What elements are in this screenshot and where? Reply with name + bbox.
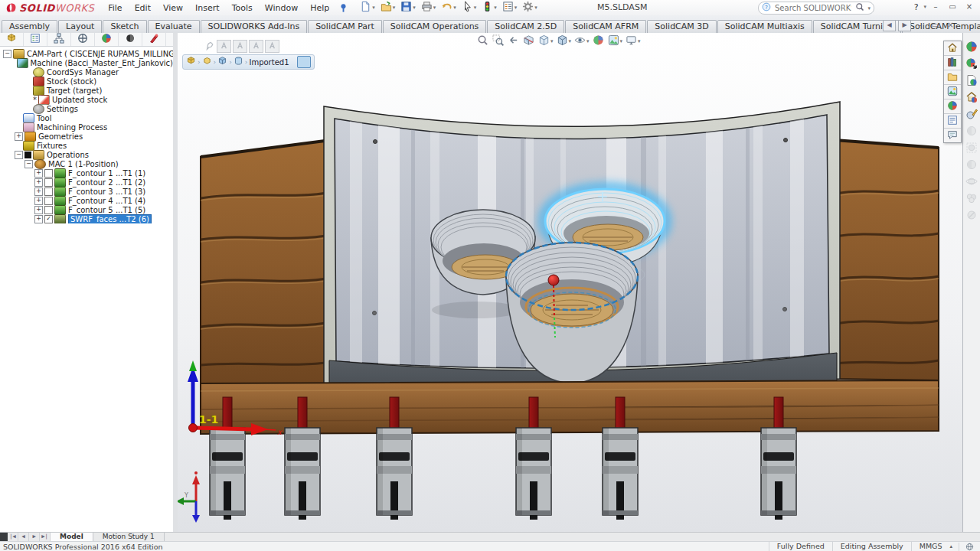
ribbon-tab[interactable]: SolidCAM 2.5D xyxy=(487,20,564,33)
simulation-button-4[interactable] xyxy=(265,40,279,53)
tree-expander[interactable]: + xyxy=(34,169,43,178)
globe-icon[interactable] xyxy=(959,543,980,551)
breadcrumb-feature-label[interactable]: Imported1 xyxy=(249,58,289,67)
tree-item[interactable]: Settings xyxy=(3,104,173,113)
tab-scroll-left[interactable]: ◀ xyxy=(883,20,896,31)
doc-restore-button[interactable]: ▭ xyxy=(929,20,942,31)
menu-item[interactable]: File xyxy=(102,2,128,15)
feature-node[interactable]: › xyxy=(234,56,248,68)
tree-item[interactable]: +F_contour 2 ...T1 (2) xyxy=(3,178,173,187)
hide-show-items[interactable]: ▾ xyxy=(573,34,590,48)
custom-properties-tab[interactable] xyxy=(944,114,961,129)
pin-menu-icon[interactable] xyxy=(335,1,351,15)
render-tool-6[interactable] xyxy=(965,209,978,223)
rebuild[interactable]: ▾ xyxy=(479,0,499,16)
units-dropdown[interactable]: ▴ xyxy=(949,543,959,549)
tree-item[interactable]: +F_contour 5 ...T1 (5) xyxy=(3,205,173,214)
select[interactable]: ▾ xyxy=(459,0,479,16)
render-tool-3[interactable] xyxy=(965,158,978,173)
simulation-button-2[interactable] xyxy=(233,40,247,53)
tree-expander[interactable]: + xyxy=(34,197,43,205)
tree-item[interactable]: +Geometries xyxy=(3,132,173,141)
tree-expander[interactable]: + xyxy=(15,132,23,141)
tree-item[interactable]: +F_contour 4 ...T1 (4) xyxy=(3,196,173,205)
ribbon-tab[interactable]: SolidCAM Operations xyxy=(383,20,486,33)
tree-item[interactable]: −CAM-Part ( CISCENJE RUPAMS_MILLING_1) xyxy=(3,49,173,58)
configurationmanager-tab[interactable] xyxy=(47,33,71,46)
simulation-button-1[interactable] xyxy=(217,40,231,53)
propertymanager-tab[interactable] xyxy=(24,33,47,46)
tree-item[interactable]: Machine (Bacci_Master_Ent_Jankovic) xyxy=(3,58,173,67)
tree-expander[interactable]: + xyxy=(34,178,43,187)
ribbon-tab[interactable]: SolidCAM 3D xyxy=(647,20,716,33)
part-node[interactable]: › xyxy=(202,56,217,68)
menu-item[interactable]: Tools xyxy=(226,2,259,15)
menu-item[interactable]: View xyxy=(157,2,189,15)
previous-view[interactable] xyxy=(507,34,521,48)
tree-checkbox[interactable] xyxy=(44,197,53,205)
tree-item[interactable]: +F_contour 3 ...T1 (3) xyxy=(3,187,173,196)
design-library-tab[interactable] xyxy=(944,56,961,70)
tree-expander[interactable]: + xyxy=(34,187,43,196)
help-search-box[interactable]: ? ▾ xyxy=(758,2,874,15)
solidcam-manager-tab[interactable] xyxy=(142,33,166,46)
doc-minimize-button[interactable]: – xyxy=(913,20,926,31)
zoom-to-area[interactable] xyxy=(492,34,505,48)
tree-item[interactable]: +F_contour 1 ...T1 (1) xyxy=(3,168,173,178)
solidcam-tool-1[interactable] xyxy=(965,41,978,55)
open-document[interactable]: ▾ xyxy=(378,0,398,16)
tree-item[interactable]: Fixtures xyxy=(3,141,173,150)
ribbon-tab[interactable]: Sketch xyxy=(103,20,146,33)
tree-expander[interactable]: − xyxy=(3,50,11,58)
simulation-button-3[interactable] xyxy=(249,40,263,53)
render-tool-2[interactable] xyxy=(965,142,978,156)
menu-item[interactable]: Help xyxy=(304,2,335,15)
cam-manager-tab[interactable] xyxy=(119,33,142,46)
solidcam-tool-5[interactable] xyxy=(965,108,978,122)
tree-checkbox[interactable]: ✓ xyxy=(44,215,53,223)
tree-item[interactable]: CoordSys Manager xyxy=(3,67,173,77)
tree-item[interactable]: Stock (stock) xyxy=(3,77,173,86)
ribbon-tab[interactable]: SolidCAM Multiaxis xyxy=(717,20,812,33)
tree-checkbox[interactable] xyxy=(44,169,53,178)
ribbon-tab[interactable]: Evaluate xyxy=(148,20,200,33)
solidcam-tool-2[interactable] xyxy=(965,57,978,72)
tree-item[interactable]: *Updated stock xyxy=(3,95,173,104)
tree-expander[interactable]: + xyxy=(34,206,43,214)
restore-button[interactable]: ▭ xyxy=(945,1,960,13)
view-orientation[interactable]: ▾ xyxy=(537,34,554,48)
file-properties[interactable]: ▾ xyxy=(500,0,520,16)
tab-scroll-right[interactable]: ▶ xyxy=(898,20,911,31)
pushpin-icon[interactable] xyxy=(205,41,215,53)
forum-tab[interactable] xyxy=(944,129,961,142)
tree-expander[interactable]: + xyxy=(34,215,43,223)
tree-expander[interactable]: − xyxy=(15,151,23,159)
tree-item[interactable]: −Operations xyxy=(3,150,173,159)
tree-checkbox[interactable] xyxy=(44,178,53,187)
display-style[interactable]: ▾ xyxy=(556,34,573,48)
apply-scene[interactable]: ▾ xyxy=(607,34,624,48)
ribbon-tab[interactable]: SolidCAM AFRM xyxy=(565,20,646,33)
undo[interactable]: ▾ xyxy=(439,0,459,16)
solidcam-tool-4[interactable] xyxy=(965,91,978,106)
solidcam-tool-3[interactable] xyxy=(965,74,978,89)
tree-item[interactable]: −MAC 1 (1-Position) xyxy=(3,159,173,168)
ribbon-tab[interactable]: SolidCAM Part xyxy=(308,20,382,33)
print-document[interactable]: ▾ xyxy=(419,0,439,16)
tree-expander[interactable]: − xyxy=(24,160,33,168)
tree-checkbox[interactable] xyxy=(44,187,53,196)
tree-checkbox[interactable] xyxy=(44,206,53,214)
doc-close-button[interactable]: × xyxy=(944,20,957,31)
tree-item[interactable]: Machining Process xyxy=(3,122,173,132)
tree-item[interactable]: +✓SWRF_faces ...T2 (6) xyxy=(3,214,173,223)
search-icon[interactable] xyxy=(855,2,864,14)
view-settings[interactable]: ▾ xyxy=(625,34,642,48)
render-tool-5[interactable] xyxy=(965,192,978,207)
render-tool-1[interactable] xyxy=(965,125,978,139)
edit-appearance[interactable] xyxy=(592,34,606,48)
close-button[interactable]: × xyxy=(962,1,977,13)
ribbon-tab[interactable]: Layout xyxy=(58,20,102,33)
menu-item[interactable]: Window xyxy=(259,2,304,15)
solidworks-resources-tab[interactable] xyxy=(944,41,961,56)
dimxpertmanager-tab[interactable] xyxy=(71,33,95,46)
